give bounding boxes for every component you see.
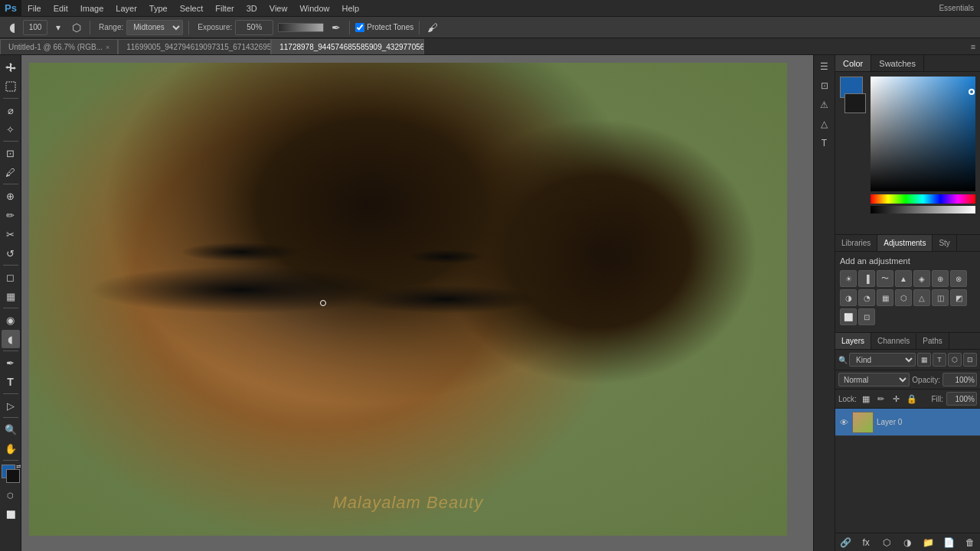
tool-quick-mask[interactable]: ⬡: [2, 486, 20, 504]
opacity-input[interactable]: [942, 373, 977, 386]
tab-2[interactable]: 11728978_944574685585909_43297705641092.…: [271, 39, 424, 54]
adj-icon-brightness[interactable]: ☀: [840, 270, 857, 287]
layers-filter-btn-4[interactable]: ⊡: [963, 353, 977, 367]
menu-type[interactable]: Type: [143, 0, 174, 17]
adj-icon-photofilter[interactable]: ◔: [858, 289, 875, 306]
options-icon2[interactable]: 🖌: [425, 20, 440, 35]
adj-icon-selectivecolor[interactable]: ⊡: [858, 308, 875, 325]
layer-mask-icon[interactable]: ⬡: [880, 536, 893, 549]
background-swatch[interactable]: [844, 93, 866, 113]
tool-healing[interactable]: ⊕: [2, 187, 20, 205]
lock-all-icon[interactable]: 🔒: [906, 393, 918, 405]
adj-icon-bw[interactable]: ◑: [840, 289, 857, 306]
adj-icon-colorlookup[interactable]: ⬡: [895, 289, 912, 306]
layer-link-icon[interactable]: 🔗: [838, 536, 852, 549]
color-tab-color[interactable]: Color: [835, 55, 871, 71]
color-gradient[interactable]: [871, 77, 975, 191]
swap-colors[interactable]: ⇄: [16, 463, 21, 470]
layer-group-icon[interactable]: 📁: [922, 536, 936, 549]
menu-edit[interactable]: Edit: [47, 0, 74, 17]
mini-panel-icon-3[interactable]: ⚠: [816, 96, 833, 113]
essentials-button[interactable]: Essentials: [933, 2, 980, 14]
adj-icon-posterize[interactable]: ◫: [932, 289, 949, 306]
menu-layer[interactable]: Layer: [109, 0, 143, 17]
adj-icon-hsl[interactable]: ⊕: [932, 270, 949, 287]
tool-crop[interactable]: ⊡: [2, 144, 20, 162]
tool-zoom[interactable]: 🔍: [2, 420, 20, 439]
mini-panel-icon-2[interactable]: ⊡: [816, 77, 833, 94]
lightness-bar[interactable]: [871, 206, 975, 214]
brush-preset-btn[interactable]: ▾: [51, 20, 66, 35]
mini-panel-icon-4[interactable]: △: [816, 116, 833, 132]
brush-size-input[interactable]: 100: [23, 20, 47, 35]
adj-icon-curves[interactable]: 〜: [877, 270, 893, 287]
fill-input[interactable]: [946, 392, 977, 406]
menu-filter[interactable]: Filter: [209, 0, 240, 17]
layer-adjustment-icon[interactable]: ◑: [900, 536, 914, 549]
range-select[interactable]: Midtones Shadows Highlights: [126, 20, 183, 35]
protect-tones-checkbox[interactable]: Protect Tones: [355, 23, 413, 32]
mini-panel-icon-1[interactable]: ☰: [816, 58, 833, 75]
blend-mode-select[interactable]: Normal Multiply Screen: [838, 373, 910, 386]
hue-bar[interactable]: [871, 194, 975, 204]
tool-lasso[interactable]: ⌀: [2, 101, 20, 119]
adj-icon-levels[interactable]: ▐: [858, 270, 875, 287]
tool-move[interactable]: [2, 58, 20, 77]
tool-history[interactable]: ↺: [2, 244, 20, 262]
adj-tab-libraries[interactable]: Libraries: [835, 235, 877, 251]
exposure-slider[interactable]: [278, 23, 324, 32]
adj-icon-exposure[interactable]: ▲: [895, 270, 912, 287]
lock-position-icon[interactable]: ✛: [890, 393, 903, 405]
layers-tab-paths[interactable]: Paths: [916, 333, 949, 349]
layer-delete-icon[interactable]: 🗑: [963, 536, 977, 549]
menu-window[interactable]: Window: [293, 0, 335, 17]
layers-tab-channels[interactable]: Channels: [871, 333, 916, 349]
adj-icon-channelmixer[interactable]: ▦: [877, 289, 893, 306]
tool-eraser[interactable]: ◻: [2, 268, 20, 286]
menu-image[interactable]: Image: [74, 0, 110, 17]
adj-icon-vibrance[interactable]: ◈: [913, 270, 930, 287]
photo-canvas[interactable]: Malayalam Beauty: [29, 63, 787, 536]
tool-path-selection[interactable]: ▷: [2, 396, 20, 415]
mini-panel-icon-5[interactable]: T: [816, 135, 833, 152]
color-tab-swatches[interactable]: Swatches: [871, 55, 924, 71]
layers-tab-layers[interactable]: Layers: [835, 333, 871, 349]
tab-0-close[interactable]: ×: [106, 44, 109, 51]
tool-blur[interactable]: ◉: [2, 311, 20, 329]
tool-quick-select[interactable]: ✧: [2, 120, 20, 139]
tab-1[interactable]: 11699005_942794619097315_67143269578061.…: [118, 39, 271, 54]
lock-transparency-icon[interactable]: ▦: [860, 393, 872, 405]
layer-fx-icon[interactable]: fx: [859, 536, 873, 549]
menu-select[interactable]: Select: [174, 0, 210, 17]
kind-filter-select[interactable]: Kind: [849, 353, 916, 367]
tool-dodge[interactable]: ◖: [2, 330, 20, 348]
menu-file[interactable]: File: [21, 0, 47, 17]
adj-icon-colorbalance[interactable]: ⊗: [950, 270, 967, 287]
tab-0[interactable]: Untitled-1 @ 66.7% (RGB... ×: [0, 39, 118, 54]
layer-row-0[interactable]: 👁 Layer 0: [835, 409, 980, 436]
bg-color[interactable]: [6, 469, 20, 483]
menu-3d[interactable]: 3D: [240, 0, 263, 17]
tool-hand[interactable]: ✋: [2, 439, 20, 458]
adj-tab-adjustments[interactable]: Adjustments: [877, 235, 933, 251]
layers-filter-btn-3[interactable]: ⬡: [948, 353, 962, 367]
brush-icon[interactable]: ⬡: [69, 20, 84, 35]
airbrush-toggle[interactable]: ✒: [328, 20, 344, 35]
panel-arrange-btn[interactable]: ≡: [966, 39, 980, 54]
tool-marquee[interactable]: [2, 77, 20, 96]
layer-visibility-icon[interactable]: 👁: [838, 417, 849, 428]
tool-screen-mode[interactable]: ⬜: [2, 505, 20, 523]
adj-icon-threshold[interactable]: ◩: [950, 289, 967, 306]
layer-new-icon[interactable]: 📄: [942, 536, 956, 549]
layers-filter-btn-1[interactable]: ▦: [917, 353, 931, 367]
tool-clone-stamp[interactable]: ✂: [2, 225, 20, 243]
tool-eyedropper[interactable]: 🖊: [2, 163, 20, 181]
layers-filter-btn-2[interactable]: T: [933, 353, 946, 367]
menu-view[interactable]: View: [263, 0, 294, 17]
color-fg-bg[interactable]: ⇄: [2, 465, 20, 483]
adj-tab-style[interactable]: Sty: [933, 235, 956, 251]
exposure-input[interactable]: 50%: [235, 20, 273, 35]
adj-icon-invert[interactable]: △: [913, 289, 930, 306]
tool-type[interactable]: T: [2, 373, 20, 391]
adj-icon-gradientmap[interactable]: ⬜: [840, 308, 857, 325]
